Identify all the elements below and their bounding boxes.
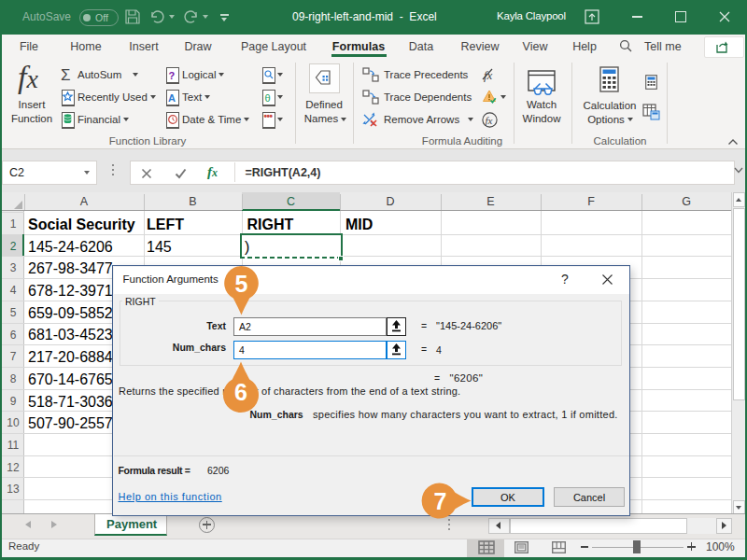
svg-text:7: 7 <box>434 488 447 514</box>
svg-text:6: 6 <box>234 379 247 405</box>
svg-text:fx: fx <box>486 115 493 126</box>
svg-text:5: 5 <box>235 271 248 297</box>
